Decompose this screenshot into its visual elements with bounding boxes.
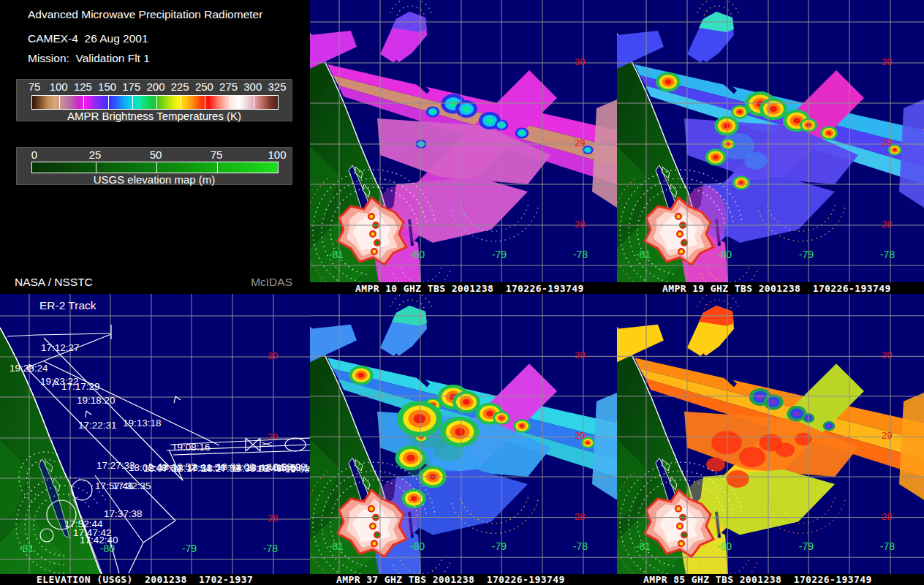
- svg-text:28: 28: [268, 513, 278, 524]
- svg-text:-81: -81: [636, 249, 651, 260]
- svg-text:29: 29: [575, 430, 585, 441]
- svg-text:17:37:38: 17:37:38: [104, 508, 143, 519]
- svg-text:17:17:29: 17:17:29: [61, 381, 100, 392]
- svg-text:28: 28: [575, 219, 585, 230]
- scale-tick: 125: [74, 80, 92, 93]
- svg-text:28: 28: [882, 511, 892, 522]
- scale-tick: 0: [31, 148, 37, 161]
- svg-text:-81: -81: [636, 540, 651, 552]
- caption-ampr-85ghz: AMPR 85 GHZ TBS 2001238 170226-193749: [617, 574, 924, 585]
- scale-tick: 100: [50, 80, 68, 93]
- svg-text:-80: -80: [410, 249, 425, 260]
- elev-colorbar-box: 0255075100 USGS elevation map (m): [16, 147, 292, 185]
- svg-text:-79: -79: [799, 249, 814, 260]
- svg-text:28: 28: [575, 511, 585, 522]
- svg-text:30: 30: [268, 350, 278, 361]
- map-panel-ampr-85ghz: 302928-81-80-79-78: [617, 294, 924, 574]
- svg-text:-78: -78: [573, 249, 588, 260]
- map-panel-ampr-37ghz: 302928-81-80-79-78: [310, 294, 617, 574]
- svg-text:19:03:12: 19:03:12: [285, 464, 310, 475]
- svg-text:19:08:16: 19:08:16: [172, 442, 211, 453]
- scale-tick: 275: [219, 80, 238, 93]
- scale-tick: 300: [243, 80, 262, 93]
- tb-colorbar-label: AMPR Brightness Temperatures (K): [17, 110, 292, 122]
- svg-text:29: 29: [268, 431, 278, 442]
- svg-text:19:13:18: 19:13:18: [123, 418, 162, 429]
- scale-tick: 100: [268, 148, 286, 161]
- scale-tick: 25: [89, 148, 102, 161]
- svg-text:-80: -80: [717, 249, 732, 260]
- svg-text:30: 30: [882, 350, 892, 361]
- svg-text:-81: -81: [329, 540, 344, 552]
- er2-track-title: ER-2 Track: [39, 299, 96, 312]
- svg-text:-80: -80: [410, 540, 425, 552]
- svg-text:30: 30: [575, 56, 585, 67]
- scale-tick: 150: [98, 80, 116, 93]
- caption-ampr-10ghz: AMPR 10 GHZ TBS 2001238 170226-193749: [310, 282, 662, 294]
- svg-text:19:18:20: 19:18:20: [77, 395, 116, 406]
- scale-tick: 200: [146, 80, 164, 93]
- map-panel-ampr-10ghz: 302928-81-80-79-78: [310, 0, 617, 282]
- svg-text:30: 30: [882, 56, 892, 67]
- elev-colorbar: [31, 162, 279, 173]
- map-panel-er2-track: ER-2 Track 302928-81-80-79-7817:12:2719:…: [0, 294, 310, 574]
- elev-colorbar-label: USGS elevation map (m): [17, 173, 292, 186]
- caption-ampr-19ghz: AMPR 19 GHZ TBS 2001238 170226-193749: [617, 282, 924, 294]
- scale-tick: 250: [195, 80, 213, 93]
- header-legend-panel: Advanced Microwave Precipitation Radiome…: [0, 0, 310, 294]
- scale-tick: 325: [268, 80, 286, 93]
- svg-text:29: 29: [882, 430, 892, 441]
- svg-text:17:22:31: 17:22:31: [78, 420, 117, 431]
- credit-mcidas: McIDAS: [251, 276, 292, 289]
- mcidas-four-panel-display: { "header": { "title": "Advanced Microwa…: [0, 0, 924, 585]
- caption-ampr-37ghz: AMPR 37 GHZ TBS 2001238 170226-193749: [310, 574, 643, 585]
- scale-tick: 75: [29, 80, 41, 93]
- svg-text:17:42:40: 17:42:40: [80, 535, 118, 546]
- svg-text:-81: -81: [19, 543, 34, 554]
- tb-colorbar-ticks: 75100125150175200225250275300325: [17, 80, 292, 93]
- svg-text:-78: -78: [880, 540, 895, 552]
- credit-nasa-nsstc: NASA / NSSTC: [15, 276, 93, 289]
- scale-tick: 50: [150, 148, 162, 161]
- svg-text:-79: -79: [492, 249, 507, 260]
- elev-colorbar-ticks: 0255075100: [17, 148, 292, 161]
- svg-text:17:32:35: 17:32:35: [113, 480, 151, 491]
- mission-name: Mission: Validation Flt 1: [28, 52, 150, 65]
- tb-colorbar: [31, 95, 279, 110]
- svg-text:-79: -79: [182, 543, 197, 554]
- svg-text:19:28:24: 19:28:24: [10, 363, 48, 374]
- tb-colorbar-box: 75100125150175200225250275300325 AMPR Br…: [16, 79, 292, 121]
- svg-text:28: 28: [882, 219, 892, 230]
- mission-date: CAMEX-4 26 Aug 2001: [28, 32, 148, 45]
- svg-text:-79: -79: [492, 540, 507, 552]
- scale-tick: 175: [122, 80, 140, 93]
- svg-text:29: 29: [882, 137, 892, 148]
- svg-text:-78: -78: [573, 540, 588, 552]
- svg-text:-79: -79: [799, 540, 814, 552]
- caption-elevation: ELEVATION (USGS) 2001238 1702-1937: [0, 574, 346, 585]
- svg-text:-78: -78: [880, 249, 895, 260]
- svg-text:-81: -81: [329, 249, 344, 260]
- scale-tick: 225: [171, 80, 189, 93]
- svg-text:-80: -80: [717, 540, 732, 552]
- svg-text:29: 29: [575, 137, 585, 148]
- svg-text:17:12:27: 17:12:27: [41, 342, 80, 353]
- svg-text:-78: -78: [263, 543, 278, 554]
- svg-text:30: 30: [575, 350, 585, 361]
- scale-tick: 75: [211, 148, 223, 161]
- map-panel-ampr-19ghz: 302928-81-80-79-78: [617, 0, 924, 282]
- app-title: Advanced Microwave Precipitation Radiome…: [28, 8, 262, 21]
